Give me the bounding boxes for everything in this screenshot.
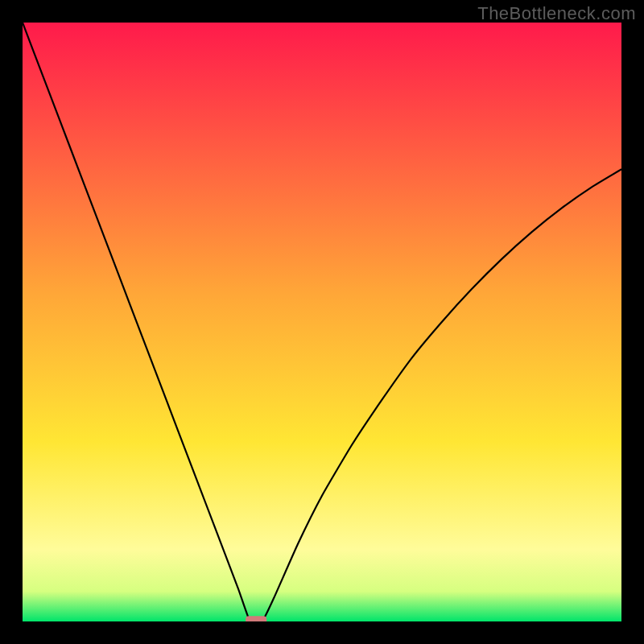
watermark-text: TheBottleneck.com xyxy=(477,3,636,24)
chart-frame: TheBottleneck.com xyxy=(0,0,644,644)
bottleneck-chart-svg xyxy=(23,23,621,621)
plot-area xyxy=(23,23,621,621)
gradient-background xyxy=(23,23,621,621)
optimal-point-marker xyxy=(246,616,266,621)
